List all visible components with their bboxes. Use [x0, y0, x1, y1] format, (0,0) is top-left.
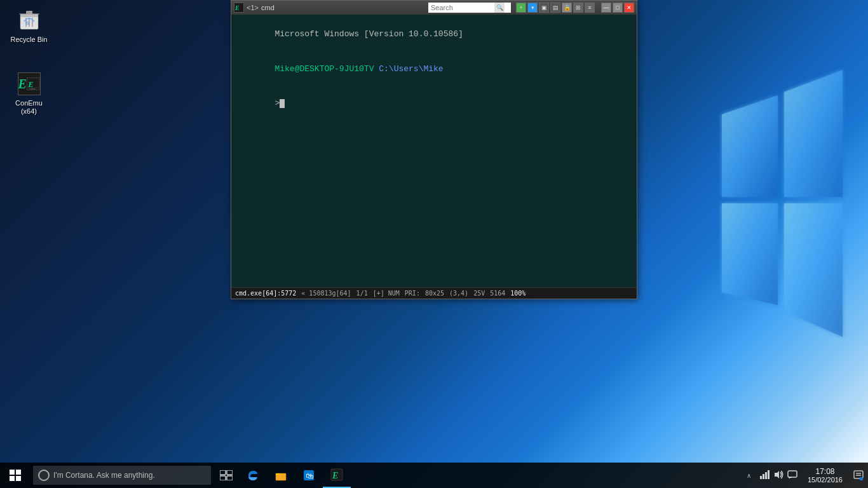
svg-text:♻: ♻	[25, 21, 29, 25]
add-button[interactable]: +	[516, 3, 526, 13]
close-button[interactable]: ✕	[624, 3, 634, 13]
svg-text:E: E	[234, 4, 240, 11]
monitor-button[interactable]: ▣	[539, 3, 549, 13]
cortana-search[interactable]: I'm Cortana. Ask me anything.	[33, 466, 211, 485]
app-icon: E	[234, 3, 244, 13]
tab-number: <1>	[247, 4, 259, 11]
recycle-bin-icon[interactable]: ♻ Recycle Bin	[5, 5, 53, 46]
system-clock[interactable]: 17:08 15/02/2016	[803, 463, 848, 488]
terminal-content[interactable]: Microsoft Windows [Version 10.0.10586] M…	[231, 15, 637, 287]
start-button[interactable]	[0, 463, 31, 488]
system-tray: ∧	[744, 463, 868, 488]
conemu-image: E ConEmu	[17, 71, 42, 97]
search-input[interactable]	[431, 4, 494, 11]
terminal-line-1: Microsoft Windows [Version 10.0.10586]	[235, 17, 633, 52]
svg-rect-26	[227, 476, 233, 480]
status-bar: cmd.exe[64]:5772 « 150813g[64] 1/1 [+] N…	[231, 287, 637, 299]
svg-marker-36	[775, 471, 779, 478]
svg-marker-3	[784, 203, 843, 337]
cortana-placeholder: I'm Cortana. Ask me anything.	[53, 471, 155, 480]
status-pri: PRI:	[405, 290, 420, 297]
windows-logo	[709, 64, 849, 343]
status-marker: « 150813g[64]	[301, 290, 351, 297]
svg-marker-1	[784, 70, 843, 197]
arrow-down-button[interactable]: ▾	[527, 3, 538, 13]
desktop: ♻ Recycle Bin E ConEmu ConEmu(x64)	[0, 0, 868, 488]
recycle-bin-label: Recycle Bin	[10, 36, 47, 44]
svg-rect-20	[16, 470, 21, 475]
terminal-line-2: Mike@DESKTOP-9JU10TV C:\Users\Mike	[235, 52, 633, 87]
svg-rect-25	[220, 476, 226, 480]
clock-date: 15/02/2016	[808, 476, 843, 484]
svg-rect-19	[10, 470, 15, 475]
svg-rect-37	[788, 471, 797, 477]
status-zoom: 100%	[510, 290, 526, 297]
taskbar-store[interactable]: 🛍	[295, 463, 323, 488]
svg-marker-2	[722, 203, 778, 305]
tray-overflow-button[interactable]: ∧	[744, 463, 754, 488]
svg-rect-24	[227, 470, 233, 475]
lock-button[interactable]: 🔒	[562, 3, 572, 13]
window-title: cmd	[261, 4, 275, 11]
svg-text:🛍: 🛍	[306, 471, 313, 480]
svg-rect-33	[763, 474, 764, 479]
message-icon[interactable]	[787, 470, 797, 482]
taskbar-edge[interactable]	[239, 463, 267, 488]
conemu-desktop-icon[interactable]: E ConEmu ConEmu(x64)	[5, 69, 53, 118]
tray-icons	[756, 470, 801, 482]
search-button[interactable]: 🔍	[494, 3, 505, 13]
conemu-window: E <1> cmd 🔍 + ▾ ▣ ▤ 🔒 ⊞ ≡ — □	[231, 0, 637, 299]
svg-rect-22	[16, 476, 21, 481]
taskbar-conemu[interactable]: E	[323, 463, 351, 488]
toolbar-buttons: + ▾ ▣ ▤ 🔒 ⊞ ≡ — □ ✕	[516, 3, 634, 13]
svg-rect-35	[768, 470, 770, 479]
status-process: cmd.exe[64]:5772	[235, 290, 296, 297]
status-mem: 5164	[490, 290, 505, 297]
svg-rect-34	[765, 472, 767, 479]
monitor2-button[interactable]: ▤	[550, 3, 560, 13]
svg-text:E: E	[332, 471, 338, 480]
status-pages: 1/1	[356, 290, 368, 297]
maximize-button[interactable]: □	[613, 3, 623, 13]
recycle-bin-image: ♻	[17, 8, 42, 33]
action-center-button[interactable]	[849, 463, 868, 488]
svg-text:ConEmu: ConEmu	[29, 88, 36, 90]
volume-icon[interactable]	[773, 470, 783, 482]
cortana-icon	[38, 470, 50, 481]
svg-rect-5	[20, 14, 38, 17]
title-bar[interactable]: E <1> cmd 🔍 + ▾ ▣ ▤ 🔒 ⊞ ≡ — □	[231, 1, 637, 15]
svg-rect-41	[860, 477, 863, 480]
status-voltage: 25V	[473, 290, 485, 297]
grid-button[interactable]: ⊞	[573, 3, 583, 13]
svg-marker-0	[722, 95, 778, 197]
status-coords: (3,4)	[449, 290, 468, 297]
svg-rect-32	[760, 476, 762, 479]
terminal-line-3: >	[235, 86, 633, 121]
svg-rect-6	[26, 11, 32, 14]
conemu-label: ConEmu(x64)	[15, 99, 43, 116]
minimize-button[interactable]: —	[601, 3, 611, 13]
svg-text:E: E	[27, 80, 33, 89]
search-box[interactable]: 🔍	[428, 3, 511, 13]
svg-rect-23	[220, 470, 226, 475]
list-button[interactable]: ≡	[585, 3, 595, 13]
cursor	[280, 99, 285, 108]
network-icon[interactable]	[759, 470, 770, 482]
taskbar-explorer[interactable]	[267, 463, 295, 488]
status-plus-num: [+] NUM	[373, 290, 400, 297]
status-dims: 80x25	[425, 290, 444, 297]
svg-rect-21	[10, 476, 15, 481]
clock-time: 17:08	[815, 467, 834, 476]
taskbar: I'm Cortana. Ask me anything. 🛍	[0, 463, 868, 488]
task-view-button[interactable]	[214, 463, 239, 488]
